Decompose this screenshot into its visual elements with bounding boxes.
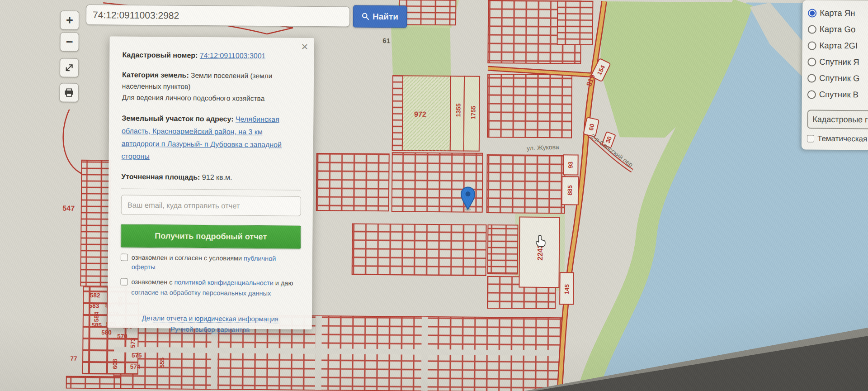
layer-option-karta-yandex[interactable]: Карта Ян <box>808 5 868 21</box>
svg-text:583: 583 <box>89 302 99 309</box>
popup-footer-links: Детали отчета и юридическая информация Р… <box>120 313 300 336</box>
offer-checkbox-label: ознакомлен и согласен с условиями публич… <box>132 253 301 273</box>
svg-text:575: 575 <box>132 352 142 359</box>
get-report-button[interactable]: Получить подробный отчет <box>121 224 301 249</box>
svg-text:573: 573 <box>129 338 136 348</box>
screen-photo: 61 972 1355 1755 819 154 60 30 93 885 54… <box>0 0 868 391</box>
radio-selected-icon <box>808 9 816 17</box>
divider <box>121 189 301 191</box>
report-details-link[interactable]: Детали отчета и юридическая информация <box>142 314 279 323</box>
expand-icon <box>64 63 74 73</box>
layer-label: Карта Ян <box>820 8 855 19</box>
svg-text:574: 574 <box>130 363 141 370</box>
privacy-policy-link[interactable]: политикой конфиденциальности <box>174 278 273 286</box>
thematic-map-row[interactable]: Тематическая <box>807 134 868 143</box>
privacy-checkbox-label: ознакомлен с политикой конфиденциальност… <box>131 277 293 288</box>
cadastral-number-row: Кадастровый номер: 74:12:0911003:3001 <box>122 51 302 61</box>
offer-checkbox-row: ознакомлен и согласен с условиями публич… <box>121 253 301 273</box>
search-input[interactable] <box>86 5 350 27</box>
area-label: Уточненная площадь: <box>121 173 200 181</box>
fullscreen-button[interactable] <box>60 58 79 77</box>
print-button[interactable] <box>60 83 79 102</box>
radio-icon <box>807 90 816 99</box>
area-value: 912 кв.м. <box>202 173 232 181</box>
radio-icon <box>807 57 816 66</box>
svg-text:580: 580 <box>101 329 112 336</box>
svg-text:93: 93 <box>567 161 574 168</box>
svg-text:582: 582 <box>90 292 100 299</box>
green-strip-mid <box>391 26 451 76</box>
cadastral-number-label: Кадастровый номер: <box>122 51 198 59</box>
manual-selection-link[interactable]: Ручной выбор вариантов <box>170 325 250 334</box>
radio-icon <box>808 25 816 33</box>
svg-text:ул. Жукова: ул. Жукова <box>527 143 559 152</box>
svg-text:584: 584 <box>93 311 100 322</box>
layer-label: Спутник B <box>819 90 859 100</box>
thematic-checkbox <box>807 135 814 142</box>
layer-label: Спутник Я <box>819 57 859 67</box>
layer-label: Карта 2GI <box>820 41 858 51</box>
search-button[interactable]: Найти <box>353 5 407 28</box>
search-icon <box>362 13 369 20</box>
svg-text:1355: 1355 <box>455 103 462 117</box>
svg-text:547: 547 <box>62 205 75 212</box>
privacy-checkbox[interactable] <box>120 278 127 286</box>
svg-text:77: 77 <box>71 355 77 362</box>
radio-icon <box>808 41 816 50</box>
layer-label: Карта Go <box>820 24 855 35</box>
svg-text:1755: 1755 <box>470 105 476 119</box>
address-label: Земельный участок по адресу: <box>122 114 233 123</box>
svg-text:585: 585 <box>91 322 102 329</box>
zoom-in-button[interactable]: + <box>60 10 79 29</box>
layer-option-karta-google[interactable]: Карта Go <box>808 21 868 38</box>
privacy-checkbox-row: ознакомлен с политикой конфиденциальност… <box>120 277 300 288</box>
privacy-checkbox-label-line2: согласие на обработку персональных данны… <box>131 288 300 299</box>
land-usage-value: Для ведения личного подсобного хозяйства <box>122 94 265 102</box>
svg-text:972: 972 <box>414 110 426 118</box>
zoom-out-button[interactable]: − <box>60 32 79 51</box>
parcel-info-popup: × Кадастровый номер: 74:12:0911003:3001 … <box>108 36 314 329</box>
layer-option-sputnik-bing[interactable]: Спутник B <box>807 86 868 103</box>
cadastral-number-link[interactable]: 74:12:0911003:3001 <box>200 52 266 60</box>
hand-cursor-icon <box>535 234 547 248</box>
print-icon <box>64 88 74 98</box>
cadastre-borders-dropdown[interactable]: Кадастровые гра <box>807 110 868 129</box>
layer-option-karta-2gis[interactable]: Карта 2GI <box>807 37 868 54</box>
svg-text:555: 555 <box>159 357 165 367</box>
layer-option-sputnik-google[interactable]: Спутник G <box>807 70 868 86</box>
search-button-label: Найти <box>373 11 398 21</box>
minus-icon: − <box>66 35 73 49</box>
offer-checkbox[interactable] <box>121 254 128 261</box>
land-category-row: Категория земель: Земли поселений (земли… <box>122 69 302 105</box>
svg-text:145: 145 <box>563 284 571 295</box>
area-row: Уточненная площадь: 912 кв.м. <box>121 173 301 182</box>
svg-text:885: 885 <box>566 185 573 196</box>
radio-icon <box>807 74 816 82</box>
layer-option-sputnik-yandex[interactable]: Спутник Я <box>807 53 868 70</box>
thematic-label: Тематическая <box>817 134 867 144</box>
land-category-label: Категория земель: <box>122 71 189 79</box>
close-icon[interactable]: × <box>301 41 308 52</box>
svg-text:608: 608 <box>112 359 118 369</box>
layers-panel: Карта Ян Карта Go Карта 2GI Спутник Я Сп… <box>802 0 868 150</box>
address-row: Земельный участок по адресу: Челябинская… <box>122 112 302 164</box>
layer-label: Спутник G <box>819 73 859 84</box>
svg-text:60: 60 <box>588 123 596 131</box>
svg-text:61: 61 <box>382 37 390 44</box>
email-field[interactable] <box>121 195 301 216</box>
plus-icon: + <box>66 13 73 27</box>
parcel-972[interactable] <box>392 76 480 151</box>
